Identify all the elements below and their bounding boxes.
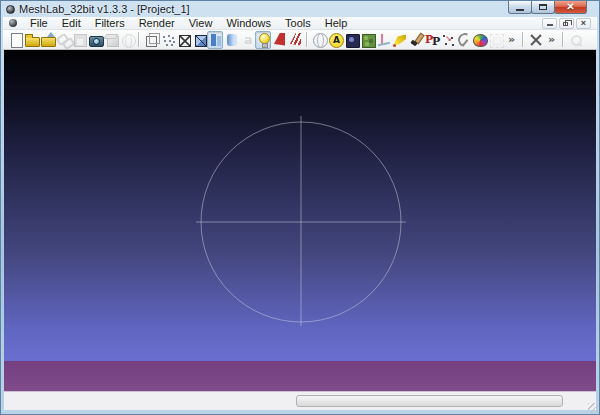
snapshot-icon [88,32,102,48]
light-bulb-button[interactable] [255,31,271,49]
points-button[interactable] [159,31,175,49]
backface-culling-button[interactable] [271,31,287,49]
overflow-chevron-button[interactable] [543,31,559,49]
radar-align-button[interactable] [455,31,471,49]
export-mesh-button [71,31,87,49]
point-picking-button[interactable] [439,31,455,49]
bounding-box-button[interactable] [143,31,159,49]
statusbar [4,392,596,410]
paintbrush-icon [408,32,422,48]
menu-tools[interactable]: Tools [278,17,318,30]
hidden-lines-icon [192,32,206,48]
reference-frame-icon [488,32,502,48]
show-axes-icon [376,32,390,48]
cross-tool-button[interactable] [527,31,543,49]
wireframe-icon [176,32,190,48]
toolbar-separator [138,32,140,47]
open-project-icon [24,32,38,48]
trackball-button[interactable] [311,31,327,49]
toolbar-separator [562,32,564,47]
maximize-button[interactable] [531,1,555,14]
paintbrush-button[interactable] [407,31,423,49]
smooth-shading-button[interactable] [223,31,239,49]
search-button [567,31,583,49]
close-button[interactable]: ✕ [554,1,587,14]
menu-render[interactable]: Render [132,17,182,30]
window-controls: ✕ [509,1,587,14]
layers-icon [104,32,118,48]
menu-help[interactable]: Help [318,17,355,30]
snapshot-button[interactable] [87,31,103,49]
flat-shading-icon [208,32,222,48]
pick-points-button[interactable] [423,31,439,49]
trackball-icon [312,32,326,48]
menu-filters[interactable]: Filters [88,17,132,30]
radar-align-icon [456,32,470,48]
search-icon [568,32,582,48]
bounding-box-icon [144,32,158,48]
gl-viewport[interactable] [4,50,596,392]
backface-culling-icon [272,32,286,48]
cross-tool-icon [528,32,542,48]
green-texture-button[interactable] [359,31,375,49]
close-icon: ✕ [566,2,574,12]
wireframe-button[interactable] [175,31,191,49]
import-mesh-icon [40,32,54,48]
ambient-occlusion-a-icon [328,32,342,48]
toolbar [3,30,597,50]
background-image-icon [344,32,358,48]
overflow-chevron-button[interactable] [503,31,519,49]
smooth-shading-icon [224,32,238,48]
maximize-icon [539,4,547,10]
overflow-chevron-icon [544,32,558,48]
trackball-overlay [4,50,596,392]
export-mesh-icon [72,32,86,48]
mdi-close-icon: × [581,19,586,28]
background-image-button[interactable] [343,31,359,49]
new-project-button[interactable] [7,31,23,49]
progress-bar [296,395,563,407]
show-axes-button[interactable] [375,31,391,49]
menu-edit[interactable]: Edit [55,17,88,30]
green-texture-icon [360,32,374,48]
menu-windows[interactable]: Windows [219,17,278,30]
ambient-occlusion-a-button[interactable] [327,31,343,49]
reference-frame-button [487,31,503,49]
mdi-close-button[interactable]: × [576,18,591,29]
mesh-info-band [4,361,596,392]
minimize-icon [516,9,524,11]
raster-globe-icon [120,32,134,48]
double-side-lighting-icon [288,32,302,48]
color-shell-icon [472,32,486,48]
point-picking-icon [440,32,454,48]
double-side-lighting-button[interactable] [287,31,303,49]
project-window-icon [9,19,17,27]
overflow-chevron-icon [504,32,518,48]
menu-file[interactable]: File [23,17,55,30]
pick-points-icon [424,32,438,48]
mdi-minimize-icon [547,24,553,26]
menubar: File Edit Filters Render View Windows To… [3,17,597,30]
reload-icon [56,32,70,48]
hidden-lines-button[interactable] [191,31,207,49]
menu-view[interactable]: View [182,17,220,30]
color-shell-button[interactable] [471,31,487,49]
meshlab-window: MeshLab_32bit v1.3.3 - [Project_1] ✕ Fil… [0,0,600,415]
horn-tool-icon [392,32,406,48]
horn-tool-button[interactable] [391,31,407,49]
raster-globe-button [119,31,135,49]
mdi-restore-button[interactable] [559,18,574,29]
flat-shading-button[interactable] [207,31,223,49]
texture-button [239,31,255,49]
resize-grip[interactable] [588,403,598,413]
import-mesh-button[interactable] [39,31,55,49]
light-bulb-icon [256,32,270,48]
open-project-button[interactable] [23,31,39,49]
minimize-button[interactable] [508,1,532,14]
toolbar-separator [306,32,308,47]
mdi-restore-icon [563,22,568,26]
layers-button [103,31,119,49]
texture-icon [240,32,254,48]
mdi-minimize-button[interactable] [542,18,557,29]
toolbar-separator [522,32,524,47]
